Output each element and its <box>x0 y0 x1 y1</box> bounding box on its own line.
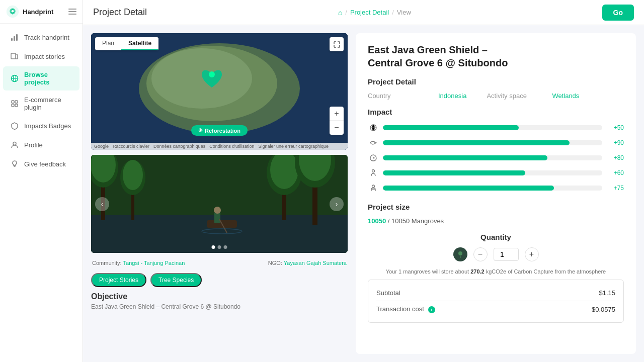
svg-rect-9 <box>15 101 18 103</box>
map-container: Plan Satellite + − <box>91 33 348 150</box>
svg-rect-11 <box>15 104 18 107</box>
carousel-dot-2[interactable] <box>218 245 221 249</box>
impact-bar-bg-5 <box>383 186 602 191</box>
sidebar-item-ecommerce[interactable]: E-commerce plugin <box>3 92 79 116</box>
subtotal-row: Subtotal $1.15 <box>376 287 615 299</box>
sidebar-label-badges: Impacts Badges <box>24 122 71 130</box>
sidebar: Handprint Track handprint <box>0 0 83 362</box>
carousel-prev-button[interactable]: ‹ <box>95 197 109 211</box>
quantity-increase-button[interactable]: + <box>525 247 539 261</box>
carbon-note: Your 1 mangroves will store about 270.2 … <box>368 268 624 275</box>
sidebar-label-track: Track handprint <box>24 34 69 41</box>
impact-bar-bg-3 <box>383 155 602 160</box>
map-zoom-in-button[interactable]: + <box>330 107 344 121</box>
carousel-dot-3[interactable] <box>224 245 227 249</box>
breadcrumb-sep2: / <box>392 9 394 16</box>
carbon-prefix: Your 1 mangroves will store about <box>386 268 470 275</box>
transaction-info-icon[interactable]: i <box>428 306 435 313</box>
svg-point-15 <box>146 46 277 121</box>
map-fullscreen-button[interactable] <box>330 37 344 51</box>
chart-icon <box>10 33 19 42</box>
impact-icon-globe <box>368 122 379 133</box>
svg-rect-10 <box>12 104 14 107</box>
sidebar-item-feedback[interactable]: Give feedback <box>3 155 79 173</box>
svg-rect-3 <box>14 36 15 41</box>
community-link[interactable]: Tangsi - Tanjung Pacinan <box>123 260 185 266</box>
impact-bar-bg-4 <box>383 170 602 175</box>
size-unit: Mangroves <box>412 217 444 225</box>
sidebar-item-impact[interactable]: Impact stories <box>3 47 79 65</box>
reforestation-label: Reforestation <box>205 128 240 134</box>
map-zoom-out-button[interactable]: − <box>330 121 344 135</box>
carousel-svg <box>91 155 348 253</box>
country-label: Country <box>368 92 428 100</box>
reforestation-badge: ✳ Reforestation <box>191 125 248 136</box>
impact-value-3: +80 <box>606 154 624 161</box>
share-icon <box>10 52 19 61</box>
go-button[interactable]: Go <box>602 5 634 21</box>
activity-value: Wetlands <box>552 92 579 100</box>
breadcrumb-page: Project Detail <box>350 9 389 16</box>
carousel-footer: Community: Tangsi - Tanjung Pacinan NGO:… <box>91 258 348 268</box>
svg-point-1 <box>12 10 14 13</box>
svg-rect-4 <box>16 34 18 41</box>
map-tab-plan[interactable]: Plan <box>95 37 121 50</box>
ngo-link[interactable]: Yayasan Gajah Sumatera <box>284 260 347 266</box>
svg-point-45 <box>458 251 462 255</box>
tree-species-button[interactable]: Tree Species <box>150 273 202 287</box>
impact-row-2: +90 <box>368 137 624 148</box>
carousel-dot-1[interactable] <box>212 245 215 249</box>
impact-bar-bg-1 <box>383 125 602 130</box>
impact-bar-fill-2 <box>383 140 570 145</box>
ngo-label: NGO: <box>268 260 282 266</box>
impact-bar-fill-3 <box>383 155 547 160</box>
quantity-input[interactable] <box>494 248 519 261</box>
mangrove-icon <box>453 247 467 261</box>
impact-section: Impact +50 <box>368 108 624 194</box>
sidebar-header: Handprint <box>0 0 83 24</box>
breadcrumb-view: View <box>397 9 411 16</box>
svg-rect-5 <box>11 53 16 59</box>
project-detail-row: Country Indonesia Activity space Wetland… <box>368 92 624 100</box>
sidebar-item-track[interactable]: Track handprint <box>3 28 79 46</box>
svg-point-43 <box>372 185 375 188</box>
impact-icon-person <box>368 167 379 178</box>
sidebar-item-profile[interactable]: Profile <box>3 136 79 154</box>
subtotal-value: $1.15 <box>599 289 615 297</box>
main-area: Project Detail ⌂ / Project Detail / View… <box>83 0 644 362</box>
sidebar-label-impact: Impact stories <box>24 53 65 60</box>
svg-point-16 <box>151 48 252 109</box>
app-name: Handprint <box>23 8 53 16</box>
photo-carousel: ‹ › <box>91 155 348 253</box>
quantity-decrease-button[interactable]: − <box>473 247 488 261</box>
map-tab-plan-label: Plan <box>102 40 114 47</box>
home-icon: ⌂ <box>338 9 342 17</box>
project-stories-button[interactable]: Project Stories <box>91 273 146 287</box>
logo-icon <box>6 5 19 18</box>
quantity-title: Quantity <box>368 233 624 241</box>
map-tab-bar: Plan Satellite <box>95 37 158 50</box>
transaction-row: Transaction cost i $0.0575 <box>376 301 615 315</box>
pricing-box: Subtotal $1.15 Transaction cost i $0.057… <box>368 280 624 323</box>
fullscreen-icon <box>334 41 340 48</box>
breadcrumb-sep1: / <box>345 9 347 16</box>
impact-bar-bg-2 <box>383 140 602 145</box>
size-separator: / <box>388 217 391 225</box>
map-tab-satellite[interactable]: Satellite <box>121 37 158 50</box>
carousel-next-button[interactable]: › <box>330 197 344 211</box>
size-current: 10050 <box>368 217 386 225</box>
sidebar-item-badges[interactable]: Impacts Badges <box>3 117 79 135</box>
project-title: East Java Green Shield –Central Grove 6 … <box>368 43 624 69</box>
sidebar-item-browse[interactable]: Browse projects <box>3 66 79 90</box>
subtotal-label: Subtotal <box>376 289 400 297</box>
project-detail-title: Project Detail <box>368 77 624 86</box>
impact-icon-leaf <box>368 152 379 163</box>
content-area: Plan Satellite + − <box>83 25 644 362</box>
impact-row-4: +60 <box>368 167 624 178</box>
hamburger-menu[interactable] <box>68 9 76 15</box>
impact-row-3: +80 <box>368 152 624 163</box>
carbon-value: 270.2 <box>470 268 485 275</box>
impact-title: Impact <box>368 108 624 116</box>
svg-point-34 <box>214 207 221 214</box>
svg-point-41 <box>373 157 375 159</box>
